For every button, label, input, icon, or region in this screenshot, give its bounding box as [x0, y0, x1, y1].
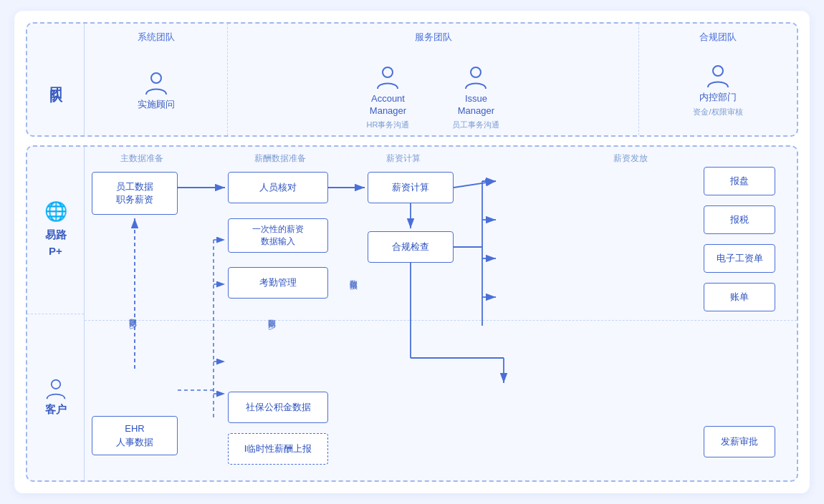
compliance-team-col: 合规团队 内控部门 资金/权限审核	[639, 24, 797, 135]
person-icon-am	[375, 64, 401, 90]
system-team-header: 系统团队	[85, 31, 227, 44]
team-vertical-label: 团队	[47, 77, 64, 82]
phase-salary-prep: 薪酬数据准备	[217, 152, 342, 165]
tax-report-box: 报税	[704, 205, 775, 234]
attendance-box: 考勤管理	[228, 267, 328, 299]
personnel-check-box: 人员核对	[228, 172, 328, 203]
person-icon-im	[463, 64, 489, 90]
one-time-salary-box: 一次性的薪资 数据输入	[228, 218, 328, 253]
social-insurance-box: 社保公积金数据	[228, 392, 328, 423]
am-name: AccountManager	[370, 93, 406, 117]
svg-line-13	[454, 181, 496, 188]
consultant-name: 实施顾问	[138, 99, 175, 111]
section-divider	[85, 320, 797, 321]
e-payslip-box: 电子工资单	[704, 244, 775, 273]
svg-point-2	[471, 67, 481, 77]
phase-calc: 薪资计算	[357, 152, 450, 165]
system-team-member: 实施顾问	[138, 70, 175, 111]
compliance-name: 内控部门	[699, 92, 737, 104]
person-icon-consultant	[143, 70, 169, 96]
svg-point-4	[51, 380, 59, 389]
phase-master: 主数据准备	[85, 152, 199, 165]
globe-icon: 🌐	[44, 200, 67, 223]
yilu-label: 易路 P+	[45, 227, 67, 259]
teams-section: 团队 系统团队 实施顾问 服务团队 Ac	[26, 22, 798, 137]
issue-manager-block: IssueManager 员工事务沟通	[452, 64, 499, 131]
system-team-col: 系统团队 实施顾问	[85, 24, 228, 135]
left-labels: 🌐 易路 P+ 客户	[27, 147, 85, 480]
service-team-header: 服务团队	[228, 31, 638, 44]
client-label: 客户	[45, 403, 67, 417]
compliance-member-block: 内控部门 资金/权限审核	[693, 63, 742, 117]
ehr-data-box: EHR 人事数据	[92, 416, 178, 455]
salary-calc-box: 薪资计算	[368, 172, 454, 203]
pay-approval-box: 发薪审批	[704, 426, 775, 457]
report-disk-box: 报盘	[704, 167, 775, 195]
compliance-sub: 资金/权限审核	[693, 107, 742, 117]
temp-salary-box: I临时性薪酬上报	[228, 433, 328, 465]
yilu-label-block: 🌐 易路 P+	[27, 147, 84, 314]
person-icon-compliance	[705, 63, 731, 89]
main-container: 团队 系统团队 实施顾问 服务团队 Ac	[14, 11, 810, 493]
data-fill-label: 数据填报	[348, 273, 359, 276]
im-sub: 员工事务沟通	[452, 120, 499, 130]
compliance-check-box: 合规检查	[368, 231, 454, 263]
svg-point-0	[151, 73, 161, 83]
im-name: IssueManager	[458, 93, 494, 117]
process-main-area: 主数据准备 薪酬数据准备 薪资计算 薪资发放 员工数据 职务薪资 EHR 人事数…	[85, 147, 797, 480]
am-sub: HR事务沟通	[367, 120, 410, 130]
phase-release: 薪资发放	[464, 152, 797, 165]
compliance-team-header: 合规团队	[639, 31, 797, 44]
account-box: 账单	[704, 283, 775, 311]
svg-point-1	[383, 67, 393, 77]
employee-data-box: 员工数据 职务薪资	[92, 172, 178, 215]
service-team-col: 服务团队 AccountManager HR事务沟通 IssueManager	[228, 24, 639, 135]
svg-point-3	[713, 66, 723, 76]
client-icon	[44, 377, 67, 400]
data-sync-label-1: 数据同步	[128, 312, 138, 315]
phase-headers: 主数据准备 薪酬数据准备 薪资计算 薪资发放	[85, 152, 797, 165]
client-label-block: 客户	[27, 314, 84, 481]
data-sync-label-2: 数据同步	[267, 313, 277, 316]
process-section: 🌐 易路 P+ 客户 主数据准备 薪酬数据准备 薪资计算 薪	[26, 145, 798, 482]
account-manager-block: AccountManager HR事务沟通	[367, 64, 410, 131]
team-label-col: 团队	[27, 24, 85, 135]
